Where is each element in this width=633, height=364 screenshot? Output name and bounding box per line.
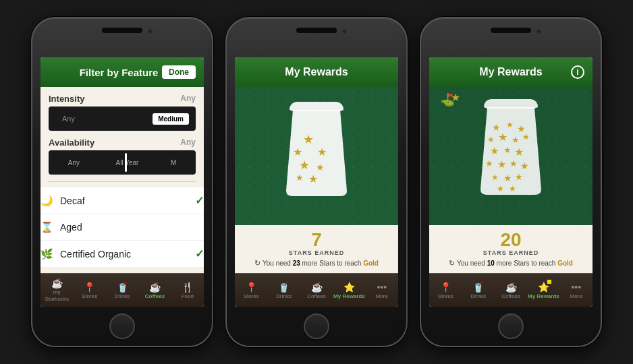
progress-text-3: You need 10 more Stars to reach Gold bbox=[457, 260, 573, 267]
svg-text:★: ★ bbox=[491, 173, 499, 182]
tab-mystarbucks[interactable]: ☕ myStarbucks bbox=[40, 278, 73, 302]
svg-text:★: ★ bbox=[497, 158, 506, 170]
filter-decaf[interactable]: 🌙 Decaf ✓ bbox=[40, 187, 204, 214]
availability-slider[interactable]: Any All Year M bbox=[49, 150, 196, 175]
stores-label-1: Stores bbox=[82, 293, 97, 299]
home-button-3[interactable] bbox=[498, 313, 524, 339]
myrewards-label-3: My Rewards bbox=[528, 293, 559, 299]
tab-stores-1[interactable]: 📍 Stores bbox=[73, 282, 105, 299]
avail-thumb bbox=[125, 153, 127, 172]
stores-icon-3: 📍 bbox=[440, 282, 451, 293]
more-icon-2: ••• bbox=[377, 282, 387, 293]
drinks-icon-1: 🥤 bbox=[117, 282, 128, 293]
mystarbucks-icon: ☕ bbox=[51, 278, 63, 289]
tab-stores-3[interactable]: 📍 Stores bbox=[429, 282, 462, 299]
svg-text:★: ★ bbox=[490, 145, 499, 156]
filter-list: 🌙 Decaf ✓ ⌛ Aged 🌿 Certified Organic ✓ bbox=[40, 187, 204, 268]
phone-filter: Filter by Feature Done Intensity Any Any… bbox=[31, 17, 213, 347]
intensity-slider[interactable]: Any Medium bbox=[49, 107, 196, 131]
star7-2: ★ bbox=[296, 173, 304, 183]
filter-organic[interactable]: 🌿 Certified Organic ✓ bbox=[40, 241, 204, 268]
home-button-1[interactable] bbox=[109, 313, 135, 339]
decaf-icon: 🌙 bbox=[40, 195, 53, 207]
svg-text:★: ★ bbox=[498, 131, 507, 143]
tab-coffees-1[interactable]: ☕ Coffees bbox=[138, 282, 171, 299]
tab-bar-2: 📍 Stores 🥤 Drinks ☕ Coffees ⭐ My Rewards… bbox=[235, 273, 398, 307]
rewards-header-2: My Rewards bbox=[235, 57, 398, 87]
star4-2: ★ bbox=[299, 158, 310, 172]
svg-text:★: ★ bbox=[503, 145, 512, 155]
stars-number-2: 7 bbox=[242, 231, 391, 249]
mystarbucks-label: myStarbucks bbox=[45, 289, 69, 302]
filter-aged[interactable]: ⌛ Aged bbox=[40, 214, 204, 241]
organic-label: Certified Organic bbox=[60, 249, 195, 260]
tab-drinks-3[interactable]: 🥤 Drinks bbox=[462, 282, 494, 299]
tab-coffees-3[interactable]: ☕ Coffees bbox=[495, 282, 527, 299]
coffees-icon-1: ☕ bbox=[149, 282, 161, 293]
aged-label: Aged bbox=[60, 222, 204, 233]
availability-section: Availability Any Any All Year M bbox=[49, 138, 196, 175]
food-label-1: Food bbox=[182, 293, 194, 299]
tab-coffees-2[interactable]: ☕ Coffees bbox=[300, 282, 333, 299]
tab-more-2[interactable]: ••• More bbox=[366, 282, 398, 299]
drinks-label-3: Drinks bbox=[470, 293, 486, 299]
svg-text:★: ★ bbox=[520, 160, 529, 171]
refresh-icon-3: ↻ bbox=[449, 259, 455, 268]
tab-drinks-2[interactable]: 🥤 Drinks bbox=[267, 282, 300, 299]
camera bbox=[148, 29, 153, 34]
coffees-icon-2: ☕ bbox=[311, 282, 323, 293]
coffees-label-3: Coffees bbox=[501, 293, 520, 299]
progress-line-2: ↻ You need 23 more Stars to reach Gold bbox=[242, 259, 391, 268]
progress-line-3: ↻ You need 10 more Stars to reach Gold bbox=[436, 259, 586, 268]
stores-label-2: Stores bbox=[244, 293, 259, 299]
myrewards-icon-2: ⭐ bbox=[343, 282, 355, 293]
stars-label-3: STARS EARNED bbox=[436, 249, 586, 256]
cup-svg-2: ★ ★ ★ ★ ★ ★ ★ bbox=[276, 96, 357, 201]
availability-label: Availability Any bbox=[49, 138, 196, 148]
tab-drinks-1[interactable]: 🥤 Drinks bbox=[106, 282, 138, 299]
home-button-2[interactable] bbox=[304, 313, 329, 339]
rewards-header-3: My Rewards i bbox=[429, 57, 593, 87]
tab-food-1[interactable]: 🍴 Food bbox=[171, 282, 204, 299]
svg-text:★: ★ bbox=[512, 135, 520, 145]
screen-rewards-20: My Rewards i ⛳ ★ bbox=[429, 57, 593, 307]
tab-myrewards-2[interactable]: ⭐ My Rewards bbox=[333, 282, 365, 299]
drinks-icon-3: 🥤 bbox=[472, 282, 484, 293]
notif-badge bbox=[547, 280, 551, 284]
rewards-body-2: ★ ★ ★ ★ ★ ★ ★ bbox=[235, 87, 398, 225]
star3-2: ★ bbox=[317, 146, 327, 158]
svg-text:★: ★ bbox=[510, 158, 518, 169]
svg-text:★: ★ bbox=[487, 135, 495, 144]
rewards-bottom-2: 7 STARS EARNED ↻ You need 23 more Stars … bbox=[235, 225, 398, 273]
more-icon-3: ••• bbox=[571, 282, 581, 293]
svg-text:★: ★ bbox=[497, 184, 504, 193]
organic-icon: 🌿 bbox=[40, 248, 53, 260]
svg-text:★: ★ bbox=[514, 146, 524, 158]
coffees-label-2: Coffees bbox=[307, 293, 325, 299]
filter-content: Intensity Any Any Medium Availability An… bbox=[40, 87, 204, 273]
refresh-icon-2: ↻ bbox=[254, 259, 260, 268]
tab-bar-3: 📍 Stores 🥤 Drinks ☕ Coffees ⭐ My Rewa bbox=[429, 273, 593, 307]
cup-lid-2 bbox=[290, 102, 343, 111]
cup-area-2: ★ ★ ★ ★ ★ ★ ★ bbox=[276, 96, 357, 201]
camera-3 bbox=[536, 29, 541, 34]
gold-star-top: ★ bbox=[451, 91, 460, 104]
info-button-3[interactable]: i bbox=[571, 65, 584, 79]
tab-myrewards-3[interactable]: ⭐ My Rewards bbox=[527, 282, 559, 299]
svg-text:★: ★ bbox=[485, 158, 493, 169]
star2-2: ★ bbox=[293, 146, 302, 158]
drinks-icon-2: 🥤 bbox=[278, 282, 290, 293]
avail-m: M bbox=[171, 159, 176, 166]
tab-stores-2[interactable]: 📍 Stores bbox=[235, 282, 267, 299]
slider-medium: Medium bbox=[153, 113, 189, 125]
tab-more-3[interactable]: ••• More bbox=[560, 282, 593, 299]
svg-text:★: ★ bbox=[515, 172, 523, 182]
cup-svg-3: ★ ★ ★ ★ ★ ★ ★ ★ ★ ★ ★ ★ ★ ★ ★ bbox=[470, 94, 551, 202]
phone-rewards-20: My Rewards i ⛳ ★ bbox=[420, 17, 602, 347]
done-button[interactable]: Done bbox=[162, 65, 196, 79]
stores-icon-2: 📍 bbox=[246, 282, 257, 293]
stores-icon-1: 📍 bbox=[84, 282, 95, 293]
intensity-label: Intensity Any bbox=[49, 94, 196, 104]
drinks-label-2: Drinks bbox=[276, 293, 292, 299]
rewards-body-3: ⛳ ★ ★ ★ ★ ★ bbox=[429, 87, 593, 225]
